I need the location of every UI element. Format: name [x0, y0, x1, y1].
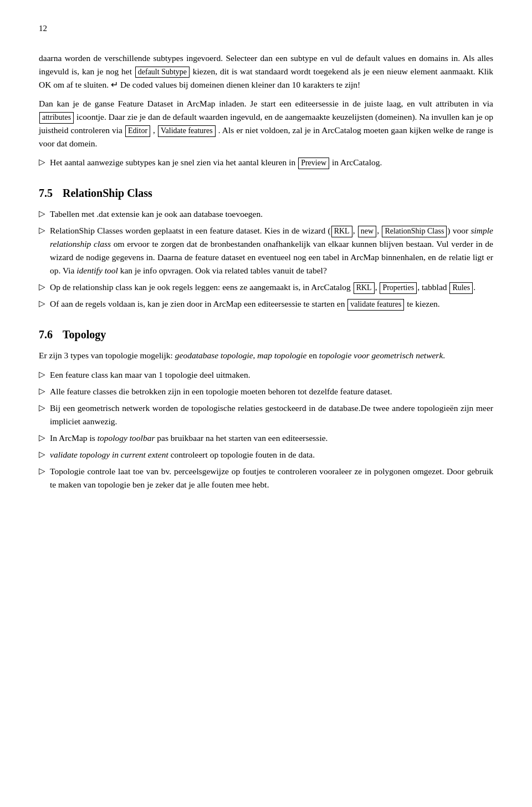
properties-box: Properties: [380, 282, 417, 293]
bullet-arrow-icon: ▷: [39, 297, 45, 311]
section-7-6-number: 7.6: [39, 328, 53, 341]
bullet-arrow-icon: ▷: [39, 402, 45, 428]
bullet-7-6-4: ▷ In ArcMap is topology toolbar pas brui…: [39, 432, 493, 445]
bullet-7-5-2-text: RelationShip Classes worden geplaatst in…: [50, 224, 493, 277]
editor-box: Editor: [125, 125, 150, 136]
bullet-7-6-3-text: Bij een geometrisch netwerk worden de to…: [50, 402, 493, 428]
new-box: new: [358, 226, 376, 237]
bullet-7-5-3-text: Op de relationship class kan je ook rege…: [50, 281, 493, 294]
attributes-box: attributes: [39, 112, 74, 123]
preview-box: Preview: [298, 158, 329, 169]
bullet-arrow-icon: ▷: [39, 368, 45, 382]
intro-paragraph-2: Dan kan je de ganse Feature Dataset in A…: [39, 97, 493, 150]
bullet-7-5-4-text: Of aan de regels voldaan is, kan je zien…: [50, 297, 493, 311]
bullet-7-6-5: ▷ validate topology in current extent co…: [39, 448, 493, 461]
rkl-box-2: RKL: [354, 282, 375, 293]
intro-paragraph-1: daarna worden de verschillende subtypes …: [39, 52, 493, 92]
page-container: 12 daarna worden de verschillende subtyp…: [0, 0, 532, 528]
section-7-6-heading: 7.6Topology: [39, 326, 493, 343]
rules-box: Rules: [449, 282, 473, 293]
bullet-7-5-4: ▷ Of aan de regels voldaan is, kan je zi…: [39, 297, 493, 311]
bullet-arrow-icon: ▷: [39, 385, 45, 398]
page-number: 12: [39, 22, 493, 35]
bullet-arrow-icon: ▷: [39, 432, 45, 445]
validate-features-box-2: validate features: [347, 299, 404, 310]
section-7-5-title: RelationShip Class: [63, 187, 152, 199]
topology-intro: Er zijn 3 types van topologie mogelijk: …: [39, 349, 493, 362]
bullet-arrow-icon: ▷: [39, 207, 45, 221]
bullet-arrow-icon: ▷: [39, 281, 45, 294]
bullet-7-6-6-text: Topologie controle laat toe van bv. perc…: [50, 465, 493, 491]
section-7-5-heading: 7.5RelationShip Class: [39, 185, 493, 202]
bullet-7-6-6: ▷ Topologie controle laat toe van bv. pe…: [39, 465, 493, 491]
bullet-7-5-3: ▷ Op de relationship class kan je ook re…: [39, 281, 493, 294]
bullet-7-6-2-text: Alle feature classes die betrokken zijn …: [50, 385, 493, 398]
bullet-arrow-icon: ▷: [39, 448, 45, 461]
relationship-class-box: RelationShip Class: [382, 226, 447, 237]
bullet-7-6-5-text: validate topology in current extent cont…: [50, 448, 493, 461]
bullet-7-6-2: ▷ Alle feature classes die betrokken zij…: [39, 385, 493, 398]
validate-features-box-1: Validate features: [158, 125, 216, 136]
bullet-7-5-1: ▷ Tabellen met .dat extensie kan je ook …: [39, 207, 493, 221]
bullet-7-6-1-text: Een feature class kan maar van 1 topolog…: [50, 368, 493, 382]
bullet-7-6-4-text: In ArcMap is topology toolbar pas bruikb…: [50, 432, 493, 445]
bullet-7-5-2: ▷ RelationShip Classes worden geplaatst …: [39, 224, 493, 277]
bullet-7-5-1-text: Tabellen met .dat extensie kan je ook aa…: [50, 207, 493, 221]
section-7-6-title: Topology: [63, 328, 106, 341]
default-subtype-box: default Subtype: [135, 67, 190, 78]
bullet-7-6-1: ▷ Een feature class kan maar van 1 topol…: [39, 368, 493, 382]
rkl-box-1: RKL: [331, 226, 352, 237]
preview-bullet: ▷ Het aantal aanwezige subtypes kan je s…: [39, 156, 493, 169]
section-7-5-number: 7.5: [39, 187, 53, 199]
bullet-arrow-icon: ▷: [39, 224, 45, 277]
bullet-arrow-icon: ▷: [39, 156, 45, 169]
bullet-arrow-icon: ▷: [39, 465, 45, 491]
preview-bullet-text: Het aantal aanwezige subtypes kan je sne…: [50, 156, 493, 169]
bullet-7-6-3: ▷ Bij een geometrisch netwerk worden de …: [39, 402, 493, 428]
